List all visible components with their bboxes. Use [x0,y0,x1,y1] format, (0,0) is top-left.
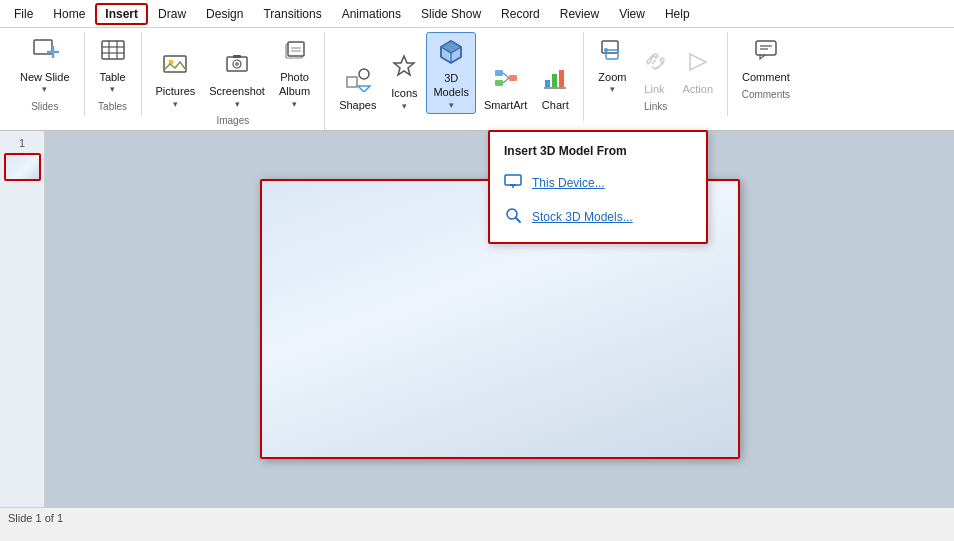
menu-bar: File Home Insert Draw Design Transitions… [0,0,954,28]
menu-slideshow[interactable]: Slide Show [411,3,491,25]
stock-3d-models-item[interactable]: Stock 3D Models... [490,200,706,234]
icons-button[interactable]: Icons ▾ [384,48,424,114]
menu-transitions[interactable]: Transitions [253,3,331,25]
menu-draw[interactable]: Draw [148,3,196,25]
chart-icon [541,64,569,96]
svg-line-47 [516,218,520,222]
svg-rect-26 [495,80,503,86]
table-icon [99,36,127,68]
link-icon [640,48,668,80]
menu-record[interactable]: Record [491,3,550,25]
action-button[interactable]: Action [676,44,719,98]
smartart-button[interactable]: SmartArt [478,60,533,114]
screenshot-button[interactable]: Screenshot ▾ [203,46,271,112]
svg-rect-31 [552,74,557,87]
ribbon: New Slide ▾ Slides [0,28,954,131]
ribbon-group-links: Zoom ▾ Link [584,32,728,116]
slide-number: 1 [4,137,40,149]
svg-rect-43 [505,175,521,185]
menu-design[interactable]: Design [196,3,253,25]
menu-animations[interactable]: Animations [332,3,411,25]
svg-marker-20 [358,86,370,92]
svg-rect-35 [606,50,618,59]
ribbon-group-tables: Table ▾ Tables [85,32,142,116]
comment-button[interactable]: Comment [736,32,796,86]
svg-marker-38 [690,54,706,70]
3d-models-icon [437,37,465,69]
svg-line-29 [503,78,509,83]
svg-rect-30 [545,80,550,87]
svg-point-36 [604,48,608,52]
this-device-label: This Device... [532,176,605,190]
chart-button[interactable]: Chart [535,60,575,114]
icons-icon [390,52,418,84]
svg-line-37 [652,60,656,64]
pictures-button[interactable]: Pictures ▾ [150,46,202,112]
shapes-icon [344,64,372,96]
menu-review[interactable]: Review [550,3,609,25]
photo-album-button[interactable]: PhotoAlbum ▾ [273,32,316,112]
insert-3d-model-dropdown: Insert 3D Model From This Device... Stoc… [488,130,708,244]
smartart-icon [492,64,520,96]
shapes-button[interactable]: Shapes [333,60,382,114]
svg-point-19 [359,69,369,79]
new-slide-button[interactable]: New Slide ▾ [14,32,76,98]
svg-rect-13 [233,55,241,58]
comment-icon [752,36,780,68]
menu-file[interactable]: File [4,3,43,25]
svg-line-28 [503,73,509,78]
table-button[interactable]: Table ▾ [93,32,133,98]
svg-rect-8 [164,56,186,72]
slide-thumbnail[interactable] [4,153,41,181]
this-device-icon [504,172,522,194]
ribbon-group-illustrations: Shapes Icons ▾ [325,32,584,121]
status-bar: Slide 1 of 1 [0,507,954,527]
slide-panel: 1 [0,131,45,507]
menu-help[interactable]: Help [655,3,700,25]
svg-rect-3 [102,41,124,59]
svg-point-12 [235,62,239,66]
ribbon-group-images: Pictures ▾ Screenshot ▾ [142,32,326,130]
svg-rect-39 [756,41,776,55]
main-area: 1 [0,131,954,507]
status-text: Slide 1 of 1 [8,512,63,524]
stock-3d-icon [504,206,522,228]
screenshot-icon [223,50,251,82]
svg-rect-18 [347,77,357,87]
svg-rect-27 [509,75,517,81]
dropdown-title: Insert 3D Model From [490,140,706,166]
ribbon-group-slides: New Slide ▾ Slides [6,32,85,116]
svg-marker-21 [394,56,414,75]
link-button[interactable]: Link [634,44,674,98]
menu-view[interactable]: View [609,3,655,25]
menu-insert[interactable]: Insert [95,3,148,25]
photo-album-icon [281,36,309,68]
zoom-button[interactable]: Zoom ▾ [592,32,632,98]
this-device-item[interactable]: This Device... [490,166,706,200]
menu-home[interactable]: Home [43,3,95,25]
stock-3d-label: Stock 3D Models... [532,210,633,224]
action-icon [684,48,712,80]
svg-rect-15 [288,42,304,56]
new-slide-icon [31,36,59,68]
pictures-icon [161,50,189,82]
zoom-icon [598,36,626,68]
svg-rect-25 [495,70,503,76]
3d-models-button[interactable]: 3DModels ▾ [426,32,475,114]
ribbon-group-comments: Comment Comments [728,32,804,104]
svg-rect-32 [559,70,564,87]
